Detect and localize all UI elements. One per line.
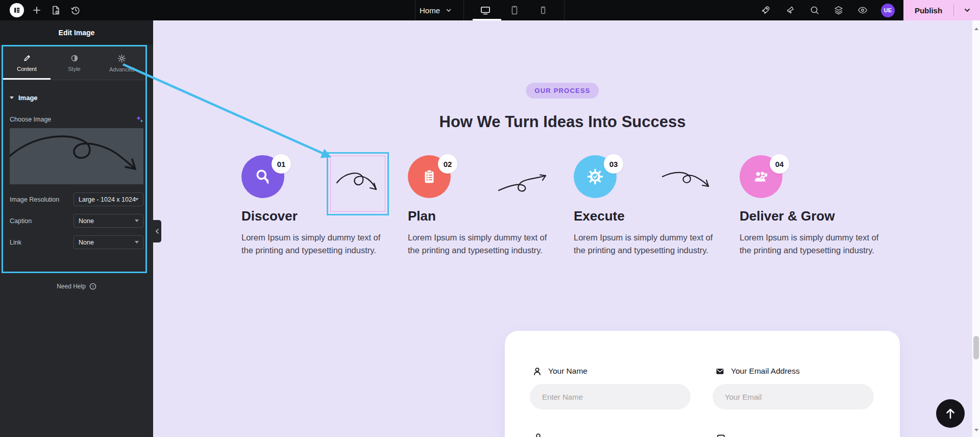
ai-sparkle-icon[interactable]	[136, 115, 143, 123]
image-resolution-select[interactable]: Large - 1024 x 1024	[74, 192, 143, 206]
tab-advanced[interactable]: Advanced	[98, 46, 145, 80]
select-caret-icon	[135, 220, 139, 222]
add-new-icon[interactable]	[32, 0, 42, 20]
magnifier-icon	[254, 167, 272, 186]
toolbar-divider	[463, 0, 464, 20]
top-toolbar: Home UE Publish	[0, 0, 980, 20]
field-label: Link	[10, 239, 21, 246]
chevron-down-icon	[963, 6, 971, 14]
step-title: Plan	[408, 208, 436, 224]
step-number-badge: 02	[438, 154, 457, 174]
choose-image-label: Choose Image	[10, 116, 51, 123]
eye-icon[interactable]	[856, 0, 869, 20]
caption-row: Caption None	[10, 214, 143, 228]
panel-title: Edit Image	[0, 20, 153, 45]
tab-label: Style	[68, 66, 80, 72]
tab-style[interactable]: Style	[51, 46, 98, 80]
publish-split-button: Publish	[903, 0, 980, 20]
choose-image-row: Choose Image	[10, 115, 143, 123]
gear-check-icon	[586, 167, 604, 186]
select-value: None	[79, 217, 94, 225]
active-device-indicator	[473, 19, 501, 20]
megaphone-icon[interactable]	[785, 0, 797, 20]
section-caret-icon	[10, 96, 14, 99]
step-title: Discover	[241, 208, 298, 224]
select-caret-icon	[135, 241, 139, 244]
arrow-up-icon	[945, 407, 956, 420]
device-desktop-button[interactable]	[474, 0, 497, 20]
curvy-arrow-doodle	[10, 128, 143, 184]
step-number-badge: 03	[604, 154, 623, 174]
clipboard-icon	[420, 167, 438, 186]
name-field-label: Your Name	[533, 367, 587, 376]
current-page-label: Home	[420, 6, 440, 15]
email-icon	[716, 367, 724, 376]
question-circle-icon: ?	[89, 283, 96, 290]
scroll-to-top-button[interactable]	[936, 399, 965, 428]
toolbar-divider	[415, 0, 415, 20]
tablet-icon	[509, 5, 520, 16]
page-selector-dropdown[interactable]: Home	[420, 0, 452, 20]
step-title: Execute	[574, 208, 625, 224]
label-text: Your Email Address	[731, 367, 800, 376]
team-growth-icon	[752, 167, 770, 186]
step-number-badge: 01	[272, 154, 291, 174]
editor-canvas[interactable]: OUR PROCESS How We Turn Ideas Into Succe…	[153, 20, 980, 437]
image-resolution-row: Image Resolution Large - 1024 x 1024	[10, 192, 143, 206]
svg-text:?: ?	[92, 284, 94, 289]
scroll-up-arrow[interactable]	[972, 25, 980, 33]
select-value: Large - 1024 x 1024	[79, 196, 136, 203]
section-badge[interactable]: OUR PROCESS	[526, 83, 599, 99]
vertical-scrollbar[interactable]	[972, 20, 980, 437]
user-avatar[interactable]: UE	[881, 4, 895, 17]
history-icon[interactable]	[70, 0, 81, 20]
step-description: Lorem Ipsum is simply dummy text of the …	[740, 231, 887, 257]
step-description: Lorem Ipsum is simply dummy text of the …	[408, 231, 555, 257]
pencil-icon	[23, 54, 31, 62]
user-icon	[534, 431, 543, 437]
link-row: Link None	[10, 235, 143, 249]
label-text: Your Name	[548, 367, 587, 376]
device-tablet-button[interactable]	[503, 0, 526, 20]
publish-options-button[interactable]	[954, 0, 980, 20]
email-input[interactable]	[713, 384, 874, 409]
scrollbar-thumb[interactable]	[973, 336, 979, 359]
gear-icon	[117, 54, 126, 63]
tab-content[interactable]: Content	[3, 46, 51, 80]
layers-icon[interactable]	[832, 0, 845, 20]
elementor-logo[interactable]	[10, 0, 24, 20]
step-description: Lorem Ipsum is simply dummy text of the …	[241, 231, 388, 257]
publish-button[interactable]: Publish	[903, 0, 953, 20]
step-description: Lorem Ipsum is simply dummy text of the …	[574, 231, 721, 257]
tab-label: Advanced	[109, 66, 134, 72]
chevron-down-icon	[445, 7, 452, 14]
rocket-icon[interactable]	[760, 0, 772, 20]
step-title: Deliver & Grow	[740, 208, 835, 224]
panel-tabs: Content Style Advanced	[3, 46, 145, 80]
need-help-link[interactable]: Need Help ?	[0, 283, 153, 290]
selected-arrow-image-widget[interactable]	[327, 152, 389, 215]
curvy-arrow-doodle[interactable]	[497, 173, 550, 195]
subject-icon	[717, 431, 725, 437]
caption-select[interactable]: None	[74, 214, 143, 228]
curvy-arrow-doodle[interactable]	[660, 169, 715, 191]
avatar-initials: UE	[884, 7, 892, 13]
desktop-icon	[480, 5, 491, 16]
toolbar-divider	[564, 0, 565, 20]
name-input[interactable]	[530, 384, 691, 409]
page-settings-icon[interactable]	[50, 0, 61, 20]
link-select[interactable]: None	[74, 235, 143, 249]
contact-form-card: Your Name Your Email Address	[505, 331, 900, 437]
search-icon[interactable]	[808, 0, 821, 20]
image-preview-thumbnail[interactable]	[10, 128, 143, 184]
chevron-left-icon	[155, 229, 159, 234]
panel-collapse-button[interactable]	[153, 220, 161, 242]
field-label: Caption	[10, 217, 32, 225]
tab-label: Content	[17, 66, 37, 72]
select-caret-icon	[135, 198, 139, 201]
widget-outline	[330, 156, 385, 212]
section-heading[interactable]: How We Turn Ideas Into Success	[439, 113, 686, 131]
scroll-down-arrow[interactable]	[972, 426, 980, 434]
image-section-toggle[interactable]: Image	[10, 94, 38, 102]
device-mobile-button[interactable]	[532, 0, 554, 20]
